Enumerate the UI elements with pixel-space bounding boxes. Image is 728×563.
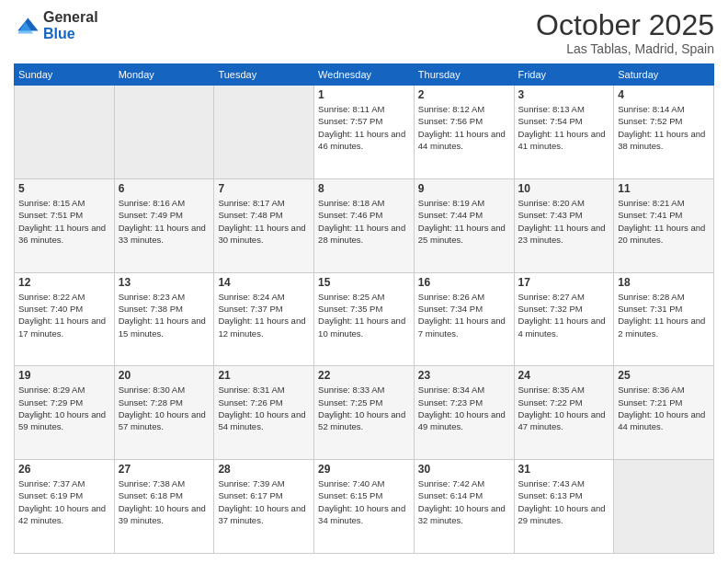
day-number: 22 <box>318 369 410 382</box>
day-number: 30 <box>418 463 510 476</box>
day-number: 15 <box>318 276 410 289</box>
calendar-cell: 2Sunrise: 8:12 AMSunset: 7:56 PMDaylight… <box>414 86 514 179</box>
day-number: 14 <box>218 276 310 289</box>
calendar-cell: 15Sunrise: 8:25 AMSunset: 7:35 PMDayligh… <box>314 272 415 366</box>
week-row-1: 1Sunrise: 8:11 AMSunset: 7:57 PMDaylight… <box>15 86 714 179</box>
page: General Blue October 2025 Las Tablas, Ma… <box>0 0 728 563</box>
calendar-cell: 25Sunrise: 8:36 AMSunset: 7:21 PMDayligh… <box>614 366 714 460</box>
calendar-cell: 18Sunrise: 8:28 AMSunset: 7:31 PMDayligh… <box>614 272 714 366</box>
day-number: 21 <box>218 369 310 382</box>
calendar-cell <box>614 460 714 554</box>
calendar-cell: 6Sunrise: 8:16 AMSunset: 7:49 PMDaylight… <box>114 178 214 272</box>
calendar-cell: 7Sunrise: 8:17 AMSunset: 7:48 PMDaylight… <box>214 178 314 272</box>
day-number: 16 <box>418 276 510 289</box>
calendar-cell: 19Sunrise: 8:29 AMSunset: 7:29 PMDayligh… <box>15 366 115 460</box>
day-info: Sunrise: 8:19 AMSunset: 7:44 PMDaylight:… <box>418 197 510 246</box>
day-info: Sunrise: 8:30 AMSunset: 7:28 PMDaylight:… <box>119 384 210 432</box>
calendar-cell: 20Sunrise: 8:30 AMSunset: 7:28 PMDayligh… <box>114 366 214 460</box>
day-number: 4 <box>618 88 710 101</box>
calendar-cell: 22Sunrise: 8:33 AMSunset: 7:25 PMDayligh… <box>314 366 415 460</box>
calendar-cell: 30Sunrise: 7:42 AMSunset: 6:14 PMDayligh… <box>414 460 514 554</box>
day-number: 13 <box>119 276 210 289</box>
day-info: Sunrise: 8:34 AMSunset: 7:23 PMDaylight:… <box>418 384 510 432</box>
day-number: 5 <box>18 182 110 195</box>
day-number: 23 <box>418 369 510 382</box>
day-info: Sunrise: 8:20 AMSunset: 7:43 PMDaylight:… <box>518 197 610 246</box>
calendar-cell: 14Sunrise: 8:24 AMSunset: 7:37 PMDayligh… <box>214 272 314 366</box>
day-number: 18 <box>618 276 710 289</box>
logo-text: General Blue <box>43 9 98 41</box>
calendar-cell: 21Sunrise: 8:31 AMSunset: 7:26 PMDayligh… <box>214 366 314 460</box>
day-number: 28 <box>218 463 310 476</box>
header-friday: Friday <box>514 64 614 86</box>
calendar-table: SundayMondayTuesdayWednesdayThursdayFrid… <box>14 63 714 554</box>
calendar-cell: 10Sunrise: 8:20 AMSunset: 7:43 PMDayligh… <box>514 178 614 272</box>
day-info: Sunrise: 8:22 AMSunset: 7:40 PMDaylight:… <box>18 291 110 339</box>
header-thursday: Thursday <box>414 64 514 86</box>
header-sunday: Sunday <box>15 64 115 86</box>
day-info: Sunrise: 8:15 AMSunset: 7:51 PMDaylight:… <box>18 197 110 246</box>
header-monday: Monday <box>114 64 214 86</box>
day-info: Sunrise: 8:36 AMSunset: 7:21 PMDaylight:… <box>618 384 710 432</box>
day-info: Sunrise: 8:35 AMSunset: 7:22 PMDaylight:… <box>518 384 610 432</box>
header-row: SundayMondayTuesdayWednesdayThursdayFrid… <box>15 64 714 86</box>
calendar-cell: 26Sunrise: 7:37 AMSunset: 6:19 PMDayligh… <box>15 460 115 554</box>
calendar-cell <box>114 86 214 179</box>
day-info: Sunrise: 8:14 AMSunset: 7:52 PMDaylight:… <box>618 103 710 152</box>
logo-icon <box>14 13 40 39</box>
week-row-3: 12Sunrise: 8:22 AMSunset: 7:40 PMDayligh… <box>15 272 714 366</box>
logo-general-text: General <box>43 9 98 26</box>
calendar-cell: 28Sunrise: 7:39 AMSunset: 6:17 PMDayligh… <box>214 460 314 554</box>
calendar-cell: 3Sunrise: 8:13 AMSunset: 7:54 PMDaylight… <box>514 86 614 179</box>
day-number: 12 <box>18 276 110 289</box>
day-info: Sunrise: 8:27 AMSunset: 7:32 PMDaylight:… <box>518 291 610 339</box>
header: General Blue October 2025 Las Tablas, Ma… <box>14 9 714 56</box>
week-row-4: 19Sunrise: 8:29 AMSunset: 7:29 PMDayligh… <box>15 366 714 460</box>
calendar-cell: 17Sunrise: 8:27 AMSunset: 7:32 PMDayligh… <box>514 272 614 366</box>
day-info: Sunrise: 7:37 AMSunset: 6:19 PMDaylight:… <box>18 477 110 526</box>
calendar-header: SundayMondayTuesdayWednesdayThursdayFrid… <box>15 64 714 86</box>
calendar-cell: 12Sunrise: 8:22 AMSunset: 7:40 PMDayligh… <box>15 272 115 366</box>
day-info: Sunrise: 8:12 AMSunset: 7:56 PMDaylight:… <box>418 103 510 152</box>
day-info: Sunrise: 8:26 AMSunset: 7:34 PMDaylight:… <box>418 291 510 339</box>
title-block: October 2025 Las Tablas, Madrid, Spain <box>536 9 714 56</box>
day-number: 11 <box>618 182 710 195</box>
calendar-cell: 13Sunrise: 8:23 AMSunset: 7:38 PMDayligh… <box>114 272 214 366</box>
logo-blue-text: Blue <box>43 26 98 42</box>
calendar-cell: 8Sunrise: 8:18 AMSunset: 7:46 PMDaylight… <box>314 178 415 272</box>
day-info: Sunrise: 8:29 AMSunset: 7:29 PMDaylight:… <box>18 384 110 432</box>
day-info: Sunrise: 7:40 AMSunset: 6:15 PMDaylight:… <box>318 477 410 526</box>
day-info: Sunrise: 7:43 AMSunset: 6:13 PMDaylight:… <box>518 477 610 526</box>
header-wednesday: Wednesday <box>314 64 415 86</box>
day-info: Sunrise: 8:31 AMSunset: 7:26 PMDaylight:… <box>218 384 310 432</box>
week-row-5: 26Sunrise: 7:37 AMSunset: 6:19 PMDayligh… <box>15 460 714 554</box>
logo: General Blue <box>14 9 98 41</box>
day-number: 9 <box>418 182 510 195</box>
day-number: 3 <box>518 88 610 101</box>
calendar-body: 1Sunrise: 8:11 AMSunset: 7:57 PMDaylight… <box>15 86 714 554</box>
day-info: Sunrise: 8:25 AMSunset: 7:35 PMDaylight:… <box>318 291 410 339</box>
day-info: Sunrise: 8:23 AMSunset: 7:38 PMDaylight:… <box>119 291 210 339</box>
day-info: Sunrise: 8:11 AMSunset: 7:57 PMDaylight:… <box>318 103 410 152</box>
day-info: Sunrise: 8:21 AMSunset: 7:41 PMDaylight:… <box>618 197 710 246</box>
day-number: 27 <box>119 463 210 476</box>
calendar-cell: 16Sunrise: 8:26 AMSunset: 7:34 PMDayligh… <box>414 272 514 366</box>
day-number: 25 <box>618 369 710 382</box>
calendar-cell <box>214 86 314 179</box>
day-info: Sunrise: 8:24 AMSunset: 7:37 PMDaylight:… <box>218 291 310 339</box>
calendar-cell: 29Sunrise: 7:40 AMSunset: 6:15 PMDayligh… <box>314 460 415 554</box>
week-row-2: 5Sunrise: 8:15 AMSunset: 7:51 PMDaylight… <box>15 178 714 272</box>
calendar-cell: 1Sunrise: 8:11 AMSunset: 7:57 PMDaylight… <box>314 86 415 179</box>
day-number: 31 <box>518 463 610 476</box>
day-number: 17 <box>518 276 610 289</box>
calendar-cell: 24Sunrise: 8:35 AMSunset: 7:22 PMDayligh… <box>514 366 614 460</box>
day-info: Sunrise: 8:28 AMSunset: 7:31 PMDaylight:… <box>618 291 710 339</box>
day-number: 6 <box>119 182 210 195</box>
day-info: Sunrise: 8:16 AMSunset: 7:49 PMDaylight:… <box>119 197 210 246</box>
day-number: 7 <box>218 182 310 195</box>
calendar-cell: 23Sunrise: 8:34 AMSunset: 7:23 PMDayligh… <box>414 366 514 460</box>
day-number: 1 <box>318 88 410 101</box>
location: Las Tablas, Madrid, Spain <box>536 41 714 56</box>
calendar-cell: 11Sunrise: 8:21 AMSunset: 7:41 PMDayligh… <box>614 178 714 272</box>
calendar-cell: 5Sunrise: 8:15 AMSunset: 7:51 PMDaylight… <box>15 178 115 272</box>
